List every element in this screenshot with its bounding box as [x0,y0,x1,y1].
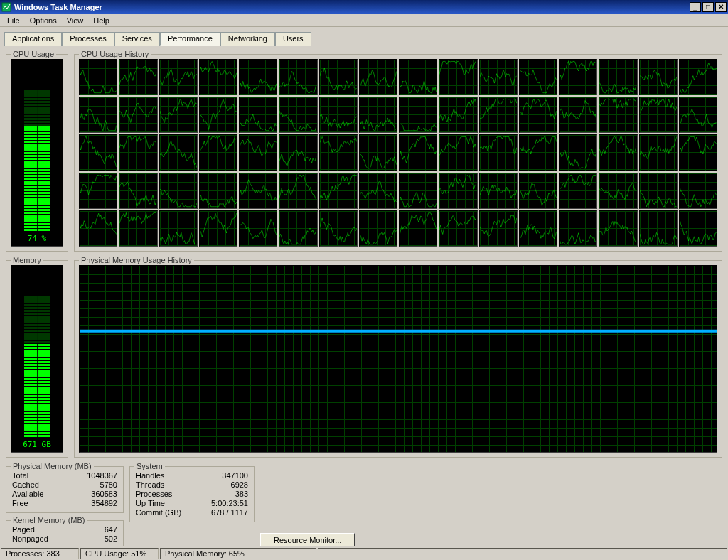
cpu-core-chart [79,59,117,95]
label: Threads [136,480,164,490]
cpu-core-chart [79,97,117,133]
tab-networking[interactable]: Networking [220,32,275,46]
cpu-core-chart [399,173,437,209]
cpu-core-chart [399,134,437,171]
label: Free [12,499,28,508]
cpu-core-chart [479,173,518,209]
cpu-core-chart [279,59,317,95]
cpu-core-chart [559,173,597,209]
group-label: CPU Usage [11,50,56,58]
status-cpu: CPU Usage: 51% [80,548,159,559]
menu-help[interactable]: Help [89,16,114,26]
value: 5780 [100,480,117,490]
group-label: Physical Memory (MB) [11,462,94,470]
svg-rect-0 [2,3,11,11]
value: 383 [235,490,248,499]
cpu-core-chart [239,97,277,133]
cpu-core-chart [119,97,157,133]
cpu-usage-group: CPU Usage 74 % [6,54,68,252]
value: 360583 [91,490,117,499]
cpu-core-chart [239,210,277,247]
cpu-core-chart [599,210,637,247]
label: Total [12,471,28,480]
resource-monitor-button[interactable]: Resource Monitor... [260,533,355,547]
cpu-core-chart [359,134,397,171]
cpu-gauge: 74 % [11,59,63,247]
cpu-core-chart [519,97,557,133]
cpu-core-chart [559,134,597,171]
tab-services[interactable]: Services [114,32,160,46]
label: Paged [12,525,35,534]
performance-panel: CPU Usage 74 % CPU Usage History Memory … [0,45,728,551]
cpu-core-chart [519,173,557,209]
memory-gauge-label: 671 GB [23,440,51,449]
cpu-core-chart [159,134,198,171]
cpu-core-chart [119,134,157,171]
cpu-core-chart [679,134,717,171]
cpu-core-chart [599,134,637,171]
cpu-core-chart [359,210,397,247]
label: Up Time [136,499,165,508]
cpu-core-chart [479,134,518,171]
memory-group: Memory 671 GB [6,260,68,458]
cpu-core-chart [279,97,317,133]
status-bar: Processes: 383 CPU Usage: 51% Physical M… [0,546,728,560]
cpu-core-chart [679,59,717,95]
tab-processes[interactable]: Processes [62,32,114,46]
cpu-core-chart [159,59,198,95]
cpu-core-chart [439,134,477,171]
cpu-core-chart [199,97,237,133]
cpu-core-chart [559,210,597,247]
tab-applications[interactable]: Applications [4,32,62,46]
menu-bar: File Options View Help [0,14,728,27]
system-group: System Handles347100 Threads6928 Process… [129,466,255,522]
title-bar: Windows Task Manager _ □ ✕ [0,0,728,14]
minimize-button[interactable]: _ [690,2,701,12]
cpu-core-chart [519,134,557,171]
memory-history-group: Physical Memory Usage History [74,260,722,458]
cpu-core-chart [359,59,397,95]
tab-users[interactable]: Users [275,32,311,46]
cpu-core-chart [199,134,237,171]
app-icon [1,2,11,12]
cpu-core-chart [399,59,437,95]
group-label: Kernel Memory (MB) [11,516,87,524]
value: 647 [105,525,117,534]
cpu-core-chart [319,210,358,247]
group-label: Memory [11,256,43,264]
label: Cached [12,480,39,490]
menu-options[interactable]: Options [26,16,61,26]
status-blank [318,548,727,559]
close-button[interactable]: ✕ [715,2,727,12]
cpu-core-chart [359,97,397,133]
cpu-core-chart [479,59,518,95]
cpu-core-chart [159,173,198,209]
menu-file[interactable]: File [3,16,24,26]
cpu-core-chart [79,210,117,247]
cpu-core-chart [639,210,678,247]
group-label: CPU Usage History [79,50,151,58]
cpu-core-chart [439,97,477,133]
cpu-core-chart [199,173,237,209]
value: 1048367 [87,471,117,480]
value: 347100 [222,471,248,480]
cpu-core-chart [239,134,277,171]
cpu-core-chart [319,134,358,171]
cpu-core-chart [199,59,237,95]
tab-performance[interactable]: Performance [160,32,220,46]
cpu-history-grid [79,59,717,247]
cpu-core-chart [639,173,678,209]
cpu-core-chart [439,173,477,209]
cpu-core-chart [279,210,317,247]
maximize-button[interactable]: □ [702,2,714,12]
value: 5:00:23:51 [211,499,248,508]
cpu-core-chart [679,173,717,209]
cpu-core-chart [279,173,317,209]
group-label: System [134,462,165,470]
cpu-core-chart [159,210,198,247]
cpu-core-chart [119,59,157,95]
memory-history-chart [79,265,717,453]
cpu-core-chart [79,134,117,171]
cpu-core-chart [399,97,437,133]
menu-view[interactable]: View [63,16,88,26]
